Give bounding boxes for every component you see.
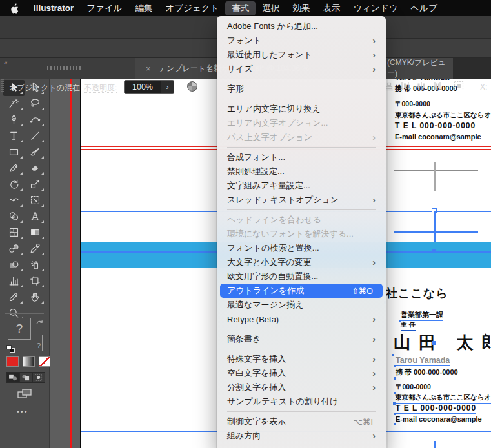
controlbar-divider [448, 81, 448, 93]
distribute-left-edge-icon[interactable] [399, 80, 411, 93]
draw-behind-mode-button[interactable] [19, 372, 32, 383]
menu-item-insert-whitespace-character[interactable]: 空白文字を挿入 [220, 366, 383, 380]
menu-item-font[interactable]: フォント [220, 34, 383, 48]
tool-free-transform-tool[interactable] [25, 193, 46, 209]
menu-item-add-from-adobe-fonts[interactable]: Adobe Fonts から追加... [220, 19, 383, 34]
tool-magic-wand-tool[interactable] [3, 96, 25, 112]
menu-item-mojikumi-settings[interactable]: 文字組みアキ量設定... [220, 179, 383, 193]
menubar-item-view[interactable]: 表示 [316, 0, 346, 16]
tool-hand-tool[interactable] [25, 289, 46, 306]
apple-menu-icon[interactable] [0, 3, 27, 14]
menu-item-convert-to-area-type[interactable]: エリア内文字に切り換え [220, 102, 383, 116]
menu-item-insert-special-character[interactable]: 特殊文字を挿入 [220, 352, 383, 366]
transform-reference-point-icon[interactable] [453, 80, 465, 93]
menubar-item-object[interactable]: オブジェクト [159, 0, 226, 16]
tool-blend-tool[interactable] [3, 241, 25, 257]
slice-tool-icon [8, 291, 20, 305]
menu-item-composite-fonts[interactable]: 合成フォント... [220, 150, 383, 164]
tool-artboard-tool[interactable] [25, 273, 46, 289]
collapse-panel-icon[interactable]: « [4, 59, 7, 66]
menu-item-retype-beta[interactable]: Retype (Beta) [220, 312, 383, 326]
draw-inside-mode-button[interactable] [32, 372, 45, 383]
artboard-tool-icon [29, 275, 41, 289]
tool-shape-builder-tool[interactable] [3, 209, 25, 225]
menu-item-show-hidden-characters[interactable]: 制御文字を表示 ⌥⌘I [220, 414, 383, 429]
toolpanel-drag-handle[interactable] [47, 66, 83, 70]
menu-item-optical-margin-alignment[interactable]: 最適なマージン揃え [220, 298, 383, 312]
tool-symbol-sprayer-tool[interactable] [25, 257, 46, 273]
shape-builder-tool-icon [8, 210, 20, 224]
menu-item-fit-headline[interactable]: ヘッドラインを合わせる [220, 213, 383, 227]
tool-eyedropper-tool[interactable] [25, 241, 46, 257]
menubar-item-type[interactable]: 書式 [225, 1, 256, 15]
swap-fill-stroke-icon[interactable] [35, 318, 43, 329]
menu-item-area-type-options[interactable]: エリア内文字オプション... [220, 116, 383, 130]
menubar-item-edit[interactable]: 編集 [129, 0, 159, 16]
gradient-swatch[interactable] [23, 356, 35, 367]
distribute-right-edge-icon[interactable] [432, 80, 443, 93]
tool-width-tool[interactable] [3, 193, 25, 209]
tool-pen-tool[interactable] [3, 112, 25, 128]
menu-item-size[interactable]: サイズ [220, 62, 383, 76]
menubar-items: Illustratorファイル編集オブジェクト書式選択効果表示ウィンドウヘルプ [27, 0, 444, 16]
menu-item-insert-break-character[interactable]: 分割文字を挿入 [220, 380, 383, 394]
edit-toolbar-icon[interactable]: ••• [17, 407, 28, 415]
tool-gradient-tool[interactable] [25, 225, 46, 241]
tool-curvature-tool[interactable] [25, 112, 46, 128]
tool-symbol-tool[interactable] [3, 257, 25, 273]
menubar-item-effect[interactable]: 効果 [286, 0, 316, 16]
menu-item-shortcut: ⌥⌘I [354, 417, 373, 427]
fill-color-swatch[interactable] [6, 356, 19, 367]
bottom-card-postal: 〒000-0000 [396, 383, 431, 393]
tool-eraser-tool[interactable] [25, 161, 46, 177]
menu-item-recent-fonts[interactable]: 最近使用したフォント [220, 48, 383, 62]
opacity-dropdown-chevron-icon[interactable]: › [161, 80, 174, 94]
menubar-item-window[interactable]: ウィンドウ [346, 0, 404, 16]
pasteboard[interactable] [50, 79, 81, 448]
tool-perspective-grid-tool[interactable] [25, 209, 46, 225]
opacity-input[interactable]: 100% [124, 80, 161, 94]
menubar-item-file[interactable]: ファイル [80, 0, 128, 16]
menu-item-type-orientation[interactable]: 組み方向 [220, 429, 383, 443]
tool-slice-tool[interactable] [3, 289, 25, 306]
tool-rotate-tool[interactable] [3, 177, 25, 193]
controlbar-drag-handle[interactable] [1, 79, 4, 95]
menu-item-label: 禁則処理設定... [227, 166, 373, 177]
menubar-item-select[interactable]: 選択 [256, 0, 286, 16]
tool-pencil-tool[interactable] [3, 161, 25, 177]
screen-mode-icon[interactable] [17, 388, 32, 402]
tool-lasso-tool[interactable] [25, 96, 46, 112]
menu-item-smart-punctuation[interactable]: 欧文用字形の自動置換... [220, 269, 383, 284]
menu-item-label: 最近使用したフォント [227, 49, 366, 61]
menu-item-resolve-missing-fonts[interactable]: 環境にないフォントを解決する... [220, 227, 383, 241]
menu-item-threaded-text-options[interactable]: スレッドテキストオプション [220, 193, 383, 207]
tool-mesh-tool[interactable] [3, 225, 25, 241]
default-fill-stroke-icon[interactable] [6, 345, 15, 353]
menu-item-change-case[interactable]: 大文字と小文字の変更 [220, 255, 383, 269]
menu-item-bullets-numbering[interactable]: 箇条書き [220, 332, 383, 346]
menu-item-find-replace-font[interactable]: フォントの検索と置換... [220, 241, 383, 255]
name-anchor-point[interactable] [432, 341, 436, 345]
menu-item-kinsoku-settings[interactable]: 禁則処理設定... [220, 164, 383, 179]
tool-graph-tool[interactable] [3, 273, 25, 289]
close-tab-icon[interactable]: × [146, 64, 151, 73]
menu-item-type-on-path-options[interactable]: パス上文字オプション [220, 130, 383, 144]
tool-rectangle-tool[interactable] [3, 144, 25, 161]
recolor-artwork-icon[interactable] [187, 81, 197, 92]
tool-line-segment-tool[interactable] [25, 128, 46, 144]
tool-paintbrush-tool[interactable] [25, 144, 46, 161]
tool-scale-tool[interactable] [25, 177, 46, 193]
x-position-label[interactable]: X: [480, 83, 487, 92]
menu-item-glyphs[interactable]: 字形 [220, 82, 383, 96]
draw-normal-mode-button[interactable] [6, 372, 19, 383]
stroke-proxy[interactable]: ? [26, 335, 43, 351]
menu-item-label: 環境にないフォントを解決する... [227, 228, 373, 240]
menubar-item-illustrator[interactable]: Illustrator [27, 0, 80, 16]
menu-item-create-outlines[interactable]: アウトラインを作成 ⇧⌘O [220, 284, 383, 298]
bar-anchor-point[interactable] [432, 249, 436, 253]
distribute-center-icon[interactable] [416, 80, 427, 93]
opacity-label[interactable]: 不透明度: [84, 83, 117, 93]
menubar-item-help[interactable]: ヘルプ [405, 0, 444, 16]
tool-type-tool[interactable] [3, 128, 25, 144]
menu-item-fill-with-placeholder-text[interactable]: サンプルテキストの割り付け [220, 394, 383, 409]
